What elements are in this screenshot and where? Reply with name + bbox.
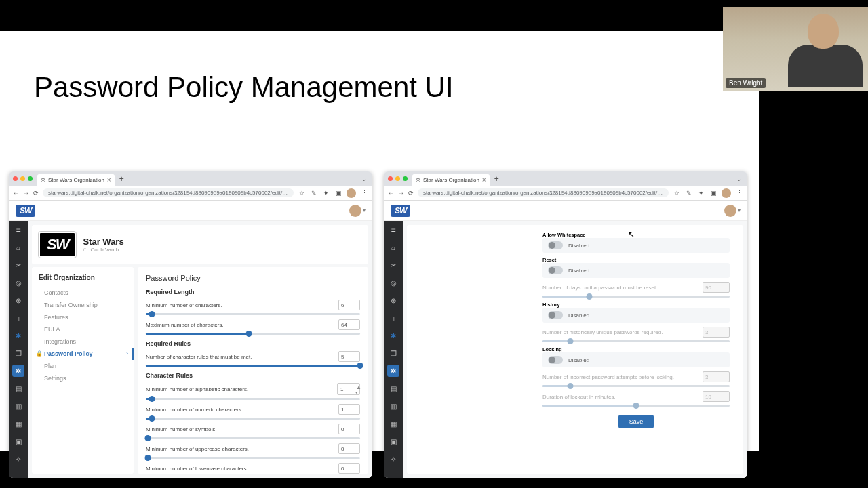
max-chars-slider[interactable] [146, 333, 360, 335]
back-button[interactable]: ← [388, 190, 394, 197]
reset-days-slider[interactable] [542, 296, 730, 298]
rail-target-icon[interactable]: ◎ [12, 277, 24, 289]
color-picker-icon[interactable]: ✎ [310, 190, 318, 197]
user-menu-caret-icon[interactable]: ▾ [363, 207, 366, 214]
rail-gear-icon[interactable]: ✲ [387, 365, 399, 377]
rail-settings-icon[interactable]: ✱ [12, 329, 24, 342]
sidebar-item-password-policy[interactable]: 🔒Password Policy› [32, 348, 134, 360]
traffic-min-icon[interactable] [20, 176, 25, 181]
app-logo[interactable]: SW [391, 205, 410, 217]
upper-input[interactable]: 0 [338, 443, 360, 454]
locking-toggle[interactable] [548, 356, 563, 364]
forward-button[interactable]: → [23, 190, 29, 197]
traffic-close-icon[interactable] [13, 176, 18, 181]
lock-attempts-input[interactable]: 3 [703, 371, 730, 382]
sidebar-item-contacts[interactable]: Contacts [32, 287, 134, 299]
history-input[interactable]: 3 [703, 327, 730, 338]
tab-close-icon[interactable]: × [482, 176, 486, 184]
rail-star-icon[interactable]: ✧ [12, 453, 24, 465]
rail-home-icon[interactable]: ⌂ [12, 241, 24, 253]
traffic-max-icon[interactable] [403, 176, 408, 181]
back-button[interactable]: ← [13, 190, 19, 197]
rail-gear-icon[interactable]: ✲ [12, 365, 24, 377]
rail-folder-icon[interactable]: ▣ [387, 435, 399, 447]
rail-doc-icon[interactable]: ▤ [387, 382, 399, 394]
lock-duration-slider[interactable] [542, 405, 730, 407]
sidebar-item-integrations[interactable]: Integrations [32, 336, 134, 348]
min-chars-slider[interactable] [146, 313, 360, 315]
browser-tab[interactable]: ◎ Star Wars Organization × [37, 174, 115, 186]
rules-met-slider[interactable] [146, 365, 360, 367]
rail-cube-icon[interactable]: ❐ [12, 347, 24, 359]
history-slider[interactable] [542, 340, 730, 342]
sidebar-item-eula[interactable]: EULA [32, 323, 134, 336]
user-avatar[interactable] [724, 205, 736, 217]
rail-chart-icon[interactable]: ⫿ [387, 312, 399, 324]
reload-button[interactable]: ⟳ [33, 190, 39, 197]
extensions-icon[interactable]: ✦ [322, 190, 330, 197]
rail-menu-icon[interactable]: ≡ [12, 224, 24, 236]
symbol-slider[interactable] [146, 437, 360, 439]
profile-avatar-icon[interactable] [347, 188, 356, 198]
alpha-slider[interactable] [146, 398, 360, 400]
numeric-slider[interactable] [146, 418, 360, 420]
reset-toggle[interactable] [548, 266, 563, 274]
tab-overflow-icon[interactable]: ⌄ [361, 176, 367, 182]
rail-doc-icon[interactable]: ▤ [12, 382, 24, 394]
rules-met-input[interactable]: 5 [338, 351, 360, 362]
rail-menu-icon[interactable]: ≡ [387, 224, 399, 236]
symbol-input[interactable]: 0 [338, 424, 360, 434]
upper-slider[interactable] [146, 457, 360, 459]
sidebar-item-transfer-ownership[interactable]: Transfer Ownership [32, 299, 134, 311]
lock-duration-input[interactable]: 10 [703, 391, 730, 402]
rail-home-icon[interactable]: ⌂ [387, 241, 399, 253]
rail-tools-icon[interactable]: ✂ [387, 259, 399, 271]
numeric-input[interactable]: 1 [338, 404, 360, 415]
rail-chart-icon[interactable]: ⫿ [12, 312, 24, 324]
panel-icon[interactable]: ▣ [334, 190, 342, 197]
tab-overflow-icon[interactable]: ⌄ [736, 176, 742, 182]
reload-button[interactable]: ⟳ [408, 190, 414, 197]
min-chars-input[interactable]: 6 [338, 300, 360, 310]
sidebar-item-settings[interactable]: Settings [32, 372, 134, 384]
traffic-min-icon[interactable] [395, 176, 400, 181]
address-field[interactable]: starwars.digital-chalk.net/organization/… [43, 188, 294, 197]
traffic-close-icon[interactable] [388, 176, 393, 181]
rail-star-icon[interactable]: ✧ [387, 453, 399, 465]
user-menu-caret-icon[interactable]: ▾ [738, 207, 741, 214]
history-toggle[interactable] [548, 311, 563, 319]
lower-input[interactable]: 0 [338, 463, 360, 474]
sidebar-item-plan[interactable]: Plan [32, 360, 134, 372]
traffic-max-icon[interactable] [28, 176, 33, 181]
rail-grid-icon[interactable]: ▦ [387, 418, 399, 430]
profile-avatar-icon[interactable] [722, 188, 731, 198]
rail-cube-icon[interactable]: ❐ [387, 347, 399, 359]
save-button[interactable]: Save [618, 415, 654, 428]
user-avatar[interactable] [349, 205, 361, 217]
lock-attempts-slider[interactable] [542, 385, 730, 387]
rail-folder-icon[interactable]: ▣ [12, 435, 24, 447]
rail-tools-icon[interactable]: ✂ [12, 259, 24, 271]
alpha-stepper[interactable]: 1▲▼ [337, 383, 360, 395]
browser-tab[interactable]: ◎ Star Wars Organization × [412, 174, 490, 186]
chrome-menu-icon[interactable]: ⋮ [735, 190, 743, 197]
rail-globe-icon[interactable]: ⊕ [387, 294, 399, 306]
rail-target-icon[interactable]: ◎ [387, 277, 399, 289]
extensions-icon[interactable]: ✦ [697, 190, 705, 197]
new-tab-button[interactable]: + [115, 174, 128, 184]
new-tab-button[interactable]: + [490, 174, 503, 184]
rail-card-icon[interactable]: ▥ [387, 400, 399, 412]
forward-button[interactable]: → [398, 190, 404, 197]
rail-settings-icon[interactable]: ✱ [387, 329, 399, 342]
sidebar-item-features[interactable]: Features [32, 311, 134, 323]
share-icon[interactable]: ☆ [673, 190, 681, 197]
chrome-menu-icon[interactable]: ⋮ [360, 190, 368, 197]
tab-close-icon[interactable]: × [107, 176, 111, 184]
reset-days-input[interactable]: 90 [703, 282, 730, 293]
max-chars-input[interactable]: 64 [338, 319, 360, 330]
rail-globe-icon[interactable]: ⊕ [12, 294, 24, 306]
share-icon[interactable]: ☆ [298, 190, 306, 197]
rail-card-icon[interactable]: ▥ [12, 400, 24, 412]
panel-icon[interactable]: ▣ [709, 190, 717, 197]
app-logo[interactable]: SW [16, 205, 35, 217]
